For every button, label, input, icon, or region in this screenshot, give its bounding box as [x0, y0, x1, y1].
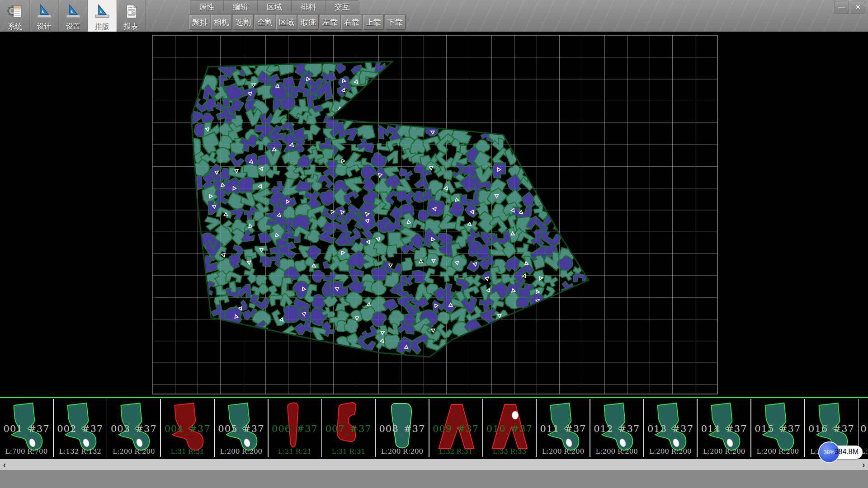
close-button[interactable]: ✕ [851, 1, 865, 14]
nesting-canvas[interactable] [0, 32, 868, 397]
piece-thumbnail-4[interactable]: 004_#37L:31 R:31 [161, 399, 215, 457]
tool-button-7[interactable]: 左靠 [320, 15, 340, 30]
piece-name-label: 011_#37 [537, 423, 590, 434]
tool-button-1[interactable]: 聚排 [189, 15, 210, 30]
ribbon-button-4[interactable]: 排版 [88, 0, 117, 32]
piece-name-label: 014_#37 [698, 423, 750, 434]
piece-count-label: L:21 R:21 [269, 447, 321, 455]
tool-button-bar: 聚排相机选割全割区域瑕疵左靠右靠上靠下靠 [189, 14, 406, 32]
piece-name-label: 0 [859, 423, 868, 434]
piece-thumbnail-7[interactable]: 007_#37L:31 R:31 [322, 399, 376, 457]
ribbon-button-label: 设计 [37, 22, 52, 31]
piece-thumbnail-tray: 001_#37L:700 R:700002_#37L:132 R:132003_… [0, 397, 868, 458]
piece-count-label: L:31 R:31 [161, 447, 214, 455]
tool-button-5[interactable]: 区域 [276, 15, 297, 30]
piece-count-label: L:200 R:200 [107, 447, 160, 455]
piece-name-label: 015_#37 [751, 423, 804, 434]
set-square-icon [65, 4, 81, 19]
piece-name-label: 008_#37 [376, 423, 429, 434]
piece-thumbnail-11[interactable]: 011_#37L:200 R:200 [537, 399, 590, 457]
menu-tab-3[interactable]: 区域 [258, 0, 292, 14]
piece-count-label: L:200 R:200 [215, 447, 268, 455]
tool-button-6[interactable]: 瑕疵 [298, 15, 319, 30]
piece-count-label: L:700 R:700 [0, 447, 53, 455]
piece-thumbnail-14[interactable]: 014_#37L:200 R:200 [698, 399, 751, 457]
piece-count-label: L:200 R:200 [537, 447, 590, 455]
menu-tab-2[interactable]: 编辑 [224, 0, 258, 14]
memory-status-pill: 38% 384.8M [824, 446, 863, 459]
tool-button-2[interactable]: 相机 [211, 15, 232, 30]
piece-thumbnail-12[interactable]: 012_#37L:200 R:200 [590, 399, 644, 457]
piece-name-label: 002_#37 [54, 423, 107, 434]
ribbon-button-5[interactable]: 报表 [117, 0, 146, 32]
piece-thumbnail-2[interactable]: 002_#37L:132 R:132 [54, 399, 108, 457]
piece-count-label: L:200 R:200 [590, 447, 643, 455]
piece-count-label: L:132 R:132 [54, 447, 107, 455]
piece-thumbnail-13[interactable]: 013_#37L:200 R:200 [644, 399, 698, 457]
piece-name-label: 006_#37 [269, 423, 321, 434]
ribbon-button-label: 排版 [95, 22, 109, 31]
piece-thumbnail-8[interactable]: 008_#37L:200 R:200 [376, 399, 429, 457]
piece-name-label: 012_#37 [590, 423, 643, 434]
tool-button-3[interactable]: 选割 [233, 15, 254, 30]
set-square-icon [94, 4, 110, 19]
piece-count-label: L:32 R:31 [429, 447, 482, 455]
horizontal-scrollbar[interactable]: ‹ › [0, 459, 868, 470]
piece-name-label: 004_#37 [161, 423, 214, 434]
tool-button-9[interactable]: 上靠 [363, 15, 384, 30]
tool-button-8[interactable]: 右靠 [341, 15, 362, 30]
ribbon-button-1[interactable]: 系统 [1, 0, 30, 32]
piece-thumbnail-6[interactable]: 006_#37L:21 R:21 [269, 399, 322, 457]
menu-tab-1[interactable]: 属性 [190, 0, 224, 14]
scroll-left-icon[interactable]: ‹ [0, 459, 9, 470]
menu-tab-5[interactable]: 交互 [326, 0, 359, 14]
piece-name-label: 013_#37 [644, 423, 697, 434]
minimize-button[interactable]: — [835, 1, 849, 14]
piece-name-label: 009_#37 [429, 423, 482, 434]
piece-name-label: 007_#37 [322, 423, 375, 434]
report-icon [123, 4, 139, 19]
ribbon-button-2[interactable]: 设计 [30, 0, 59, 32]
tool-button-10[interactable]: 下靠 [385, 15, 406, 30]
piece-count-label: L:33 R:33 [483, 447, 536, 455]
piece-count-label: L:200 R:200 [751, 447, 804, 455]
piece-thumbnail-3[interactable]: 003_#37L:200 R:200 [107, 399, 161, 457]
set-square-icon [36, 4, 52, 19]
piece-name-label: 016_#37 [805, 423, 858, 434]
app-icon-toolbar: 系统设计设置排版报表 [1, 0, 146, 32]
ribbon-button-3[interactable]: 设置 [59, 0, 88, 32]
piece-count-label: L:200 R:200 [376, 447, 429, 455]
piece-count-label: L:31 R:31 [322, 447, 375, 455]
piece-thumbnail-10[interactable]: 010_#37L:33 R:33 [483, 399, 537, 457]
ribbon-button-label: 报表 [124, 22, 138, 31]
system-gear-icon [7, 4, 24, 19]
tool-button-4[interactable]: 全割 [255, 15, 275, 30]
piece-thumbnail-1[interactable]: 001_#37L:700 R:700 [0, 399, 54, 457]
memory-usage-label: 384.8M [835, 448, 859, 456]
menu-tab-4[interactable]: 排料 [292, 0, 326, 14]
canvas-grid-overlay [152, 35, 717, 394]
scroll-right-icon[interactable]: › [859, 459, 868, 470]
window-controls: — ✕ [835, 1, 865, 14]
piece-name-label: 003_#37 [107, 423, 160, 434]
piece-thumbnail-5[interactable]: 005_#37L:200 R:200 [215, 399, 269, 457]
piece-count-label: L:200 R:200 [698, 447, 750, 455]
ribbon-button-label: 设置 [66, 22, 80, 31]
piece-count-label: L:200 R:200 [644, 447, 697, 455]
nesting-workspace-svg[interactable] [0, 32, 868, 397]
piece-name-label: 005_#37 [215, 423, 268, 434]
status-footer [0, 470, 868, 488]
piece-name-label: 010_#37 [483, 423, 536, 434]
ribbon-header: 系统设计设置排版报表 属性编辑区域排料交互 聚排相机选割全割区域瑕疵左靠右靠上靠… [0, 0, 868, 32]
ribbon-button-label: 系统 [8, 22, 23, 31]
piece-thumbnail-15[interactable]: 015_#37L:200 R:200 [751, 399, 805, 457]
piece-thumbnail-9[interactable]: 009_#37L:32 R:31 [429, 399, 483, 457]
piece-name-label: 001_#37 [0, 423, 53, 434]
menu-tab-bar: 属性编辑区域排料交互 [190, 0, 359, 14]
